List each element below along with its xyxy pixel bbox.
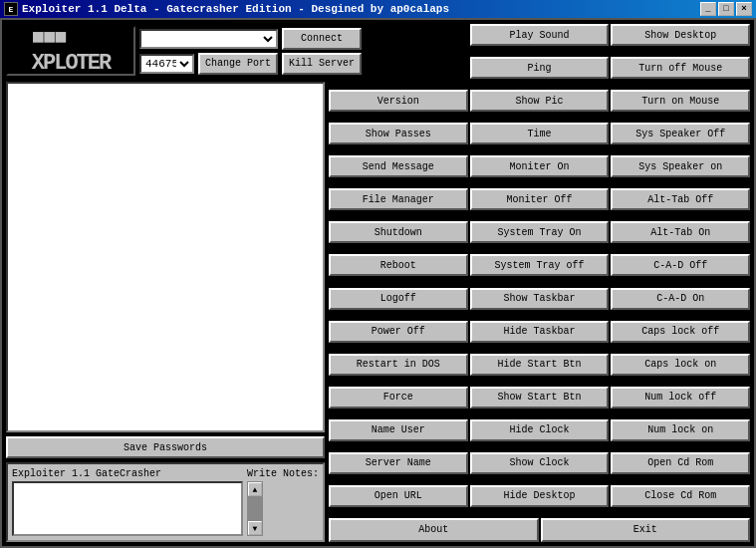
hide-start-btn-button[interactable]: Hide Start Btn bbox=[470, 354, 610, 376]
force-button[interactable]: Force bbox=[329, 387, 468, 409]
turn-off-mouse-button[interactable]: Turn off Mouse bbox=[611, 57, 750, 79]
alt-tab-off-button[interactable]: Alt-Tab Off bbox=[611, 188, 750, 210]
left-panel: ■■■XPLOTER Connect 44675 Change Po bbox=[6, 24, 325, 542]
show-start-btn-button[interactable]: Show Start Btn bbox=[470, 387, 610, 409]
maximize-button[interactable]: □ bbox=[718, 2, 734, 16]
system-tray-on-button[interactable]: System Tray On bbox=[470, 221, 610, 243]
window-controls: _ □ × bbox=[700, 2, 752, 16]
open-cd-rom-button[interactable]: Open Cd Rom bbox=[611, 452, 750, 474]
server-name-button[interactable]: Server Name bbox=[329, 452, 468, 474]
logo-area: ■■■XPLOTER bbox=[6, 26, 135, 76]
play-sound-button[interactable]: Play Sound bbox=[470, 24, 610, 46]
btn-row8: Power Off Hide Taskbar Caps lock off bbox=[329, 321, 750, 352]
bottom-section: Exploiter 1.1 GateCrasher Write Notes: ▲… bbox=[6, 462, 325, 542]
title-bar: E Exploiter 1.1 Delta - Gatecrasher Edit… bbox=[0, 0, 756, 18]
btn-row10: Force Show Start Btn Num lock off bbox=[329, 387, 750, 417]
show-desktop-button[interactable]: Show Desktop bbox=[611, 24, 750, 46]
bottom-label: Exploiter 1.1 GateCrasher bbox=[12, 468, 243, 479]
show-pic-button[interactable]: Show Pic bbox=[470, 90, 610, 112]
caps-lock-on-button[interactable]: Caps lock on bbox=[611, 354, 750, 376]
name-user-button[interactable]: Name User bbox=[329, 419, 468, 441]
btn-row1: Version Show Pic Turn on Mouse bbox=[329, 90, 750, 121]
title-bar-text: Exploiter 1.1 Delta - Gatecrasher Editio… bbox=[22, 3, 449, 15]
app-icon: E bbox=[4, 2, 18, 16]
btn-row3: Send Message Moniter On Sys Speaker on bbox=[329, 155, 750, 186]
num-lock-on-button[interactable]: Num lock on bbox=[611, 419, 750, 441]
moniter-on-button[interactable]: Moniter On bbox=[470, 155, 610, 177]
power-off-button[interactable]: Power Off bbox=[329, 321, 468, 343]
cad-on-button[interactable]: C-A-D On bbox=[611, 288, 750, 310]
main-window: ■■■XPLOTER Connect 44675 Change Po bbox=[0, 18, 756, 548]
alt-tab-on-button[interactable]: Alt-Tab On bbox=[611, 221, 750, 243]
sys-speaker-off-button[interactable]: Sys Speaker Off bbox=[611, 123, 750, 144]
system-tray-off-button[interactable]: System Tray off bbox=[470, 254, 610, 276]
turn-on-mouse-button[interactable]: Turn on Mouse bbox=[611, 90, 750, 112]
logo-text: ■■■XPLOTER bbox=[32, 26, 110, 76]
btn-row7: Logoff Show Taskbar C-A-D On bbox=[329, 288, 750, 319]
time-button[interactable]: Time bbox=[470, 123, 610, 144]
btn-row11: Name User Hide Clock Num lock on bbox=[329, 419, 750, 450]
about-button[interactable]: About bbox=[329, 518, 539, 542]
logoff-button[interactable]: Logoff bbox=[329, 288, 468, 310]
btn-row9: Restart in DOS Hide Start Btn Caps lock … bbox=[329, 354, 750, 385]
btn-top-row1: Play Sound Show Desktop bbox=[329, 24, 750, 55]
header-area: ■■■XPLOTER Connect 44675 Change Po bbox=[6, 24, 325, 78]
right-panel: Play Sound Show Desktop Ping Turn off Mo… bbox=[329, 24, 750, 542]
change-port-button[interactable]: Change Port bbox=[198, 53, 278, 75]
reboot-button[interactable]: Reboot bbox=[329, 254, 468, 276]
scroll-up-button[interactable]: ▲ bbox=[248, 482, 262, 496]
scroll-track bbox=[248, 496, 262, 521]
btn-row2: Show Passes Time Sys Speaker Off bbox=[329, 123, 750, 153]
write-notes-label: Write Notes: bbox=[247, 468, 319, 479]
restart-dos-button[interactable]: Restart in DOS bbox=[329, 354, 468, 376]
sys-speaker-on-button[interactable]: Sys Speaker on bbox=[611, 155, 750, 177]
close-button[interactable]: × bbox=[736, 2, 752, 16]
btn-last-row: About Exit bbox=[329, 518, 750, 542]
num-lock-off-button[interactable]: Num lock off bbox=[611, 387, 750, 409]
hide-desktop-button[interactable]: Hide Desktop bbox=[470, 485, 610, 507]
ping-button[interactable]: Ping bbox=[470, 57, 610, 79]
caps-lock-off-button[interactable]: Caps lock off bbox=[611, 321, 750, 343]
host-dropdown[interactable] bbox=[139, 29, 278, 49]
scroll-down-button[interactable]: ▼ bbox=[248, 521, 262, 535]
scrollbar[interactable]: ▲ ▼ bbox=[247, 481, 263, 536]
btn-row13: Open URL Hide Desktop Close Cd Rom bbox=[329, 485, 750, 516]
save-passwords-button[interactable]: Save Passwords bbox=[6, 436, 325, 458]
btn-row6: Reboot System Tray off C-A-D Off bbox=[329, 254, 750, 285]
hide-clock-button[interactable]: Hide Clock bbox=[470, 419, 610, 441]
hide-taskbar-button[interactable]: Hide Taskbar bbox=[470, 321, 610, 343]
open-url-button[interactable]: Open URL bbox=[329, 485, 468, 507]
show-taskbar-button[interactable]: Show Taskbar bbox=[470, 288, 610, 310]
close-cd-rom-button[interactable]: Close Cd Rom bbox=[611, 485, 750, 507]
btn-row5: Shutdown System Tray On Alt-Tab On bbox=[329, 221, 750, 252]
btn-row12: Server Name Show Clock Open Cd Rom bbox=[329, 452, 750, 483]
btn-top-row2: Ping Turn off Mouse bbox=[329, 57, 750, 88]
display-area bbox=[6, 82, 325, 432]
exit-button[interactable]: Exit bbox=[541, 518, 751, 542]
minimize-button[interactable]: _ bbox=[700, 2, 716, 16]
notes-textarea[interactable] bbox=[12, 481, 243, 536]
send-message-button[interactable]: Send Message bbox=[329, 155, 468, 177]
cad-off-button[interactable]: C-A-D Off bbox=[611, 254, 750, 276]
shutdown-button[interactable]: Shutdown bbox=[329, 221, 468, 243]
moniter-off-button[interactable]: Moniter Off bbox=[470, 188, 610, 210]
version-button[interactable]: Version bbox=[329, 90, 468, 112]
port-select[interactable]: 44675 bbox=[139, 54, 194, 74]
show-passes-button[interactable]: Show Passes bbox=[329, 123, 468, 144]
btn-row4: File Manager Moniter Off Alt-Tab Off bbox=[329, 188, 750, 219]
show-clock-button[interactable]: Show Clock bbox=[470, 452, 610, 474]
file-manager-button[interactable]: File Manager bbox=[329, 188, 468, 210]
